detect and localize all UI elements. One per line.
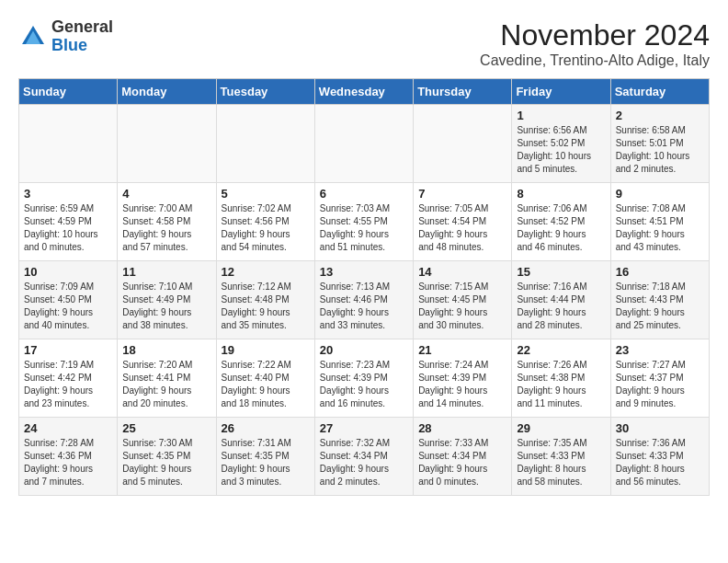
- day-info: Sunrise: 7:30 AM Sunset: 4:35 PM Dayligh…: [122, 437, 210, 488]
- calendar-week-row: 17Sunrise: 7:19 AM Sunset: 4:42 PM Dayli…: [19, 339, 710, 418]
- calendar-cell: 21Sunrise: 7:24 AM Sunset: 4:39 PM Dayli…: [414, 339, 512, 418]
- weekday-header: Wednesday: [314, 79, 413, 105]
- day-number: 2: [616, 109, 704, 122]
- calendar-cell: [19, 105, 118, 183]
- calendar-cell: 23Sunrise: 7:27 AM Sunset: 4:37 PM Dayli…: [610, 339, 709, 418]
- day-info: Sunrise: 7:23 AM Sunset: 4:39 PM Dayligh…: [320, 359, 408, 410]
- calendar-cell: [118, 105, 216, 183]
- day-number: 12: [222, 265, 310, 279]
- calendar-cell: 17Sunrise: 7:19 AM Sunset: 4:42 PM Dayli…: [19, 339, 118, 418]
- day-info: Sunrise: 7:20 AM Sunset: 4:41 PM Dayligh…: [122, 359, 210, 410]
- calendar-cell: 29Sunrise: 7:35 AM Sunset: 4:33 PM Dayli…: [512, 418, 610, 496]
- day-info: Sunrise: 7:08 AM Sunset: 4:51 PM Dayligh…: [616, 202, 704, 254]
- weekday-header: Saturday: [610, 79, 709, 105]
- day-number: 24: [24, 421, 112, 435]
- calendar-cell: 5Sunrise: 7:02 AM Sunset: 4:56 PM Daylig…: [216, 183, 314, 261]
- day-number: 15: [517, 265, 605, 279]
- calendar-cell: 1Sunrise: 6:56 AM Sunset: 5:02 PM Daylig…: [512, 105, 610, 183]
- location: Cavedine, Trentino-Alto Adige, Italy: [480, 52, 710, 69]
- day-info: Sunrise: 7:03 AM Sunset: 4:55 PM Dayligh…: [320, 202, 408, 254]
- calendar-cell: 3Sunrise: 6:59 AM Sunset: 4:59 PM Daylig…: [19, 183, 118, 261]
- day-info: Sunrise: 7:16 AM Sunset: 4:44 PM Dayligh…: [517, 281, 605, 332]
- day-number: 26: [222, 421, 310, 435]
- calendar-cell: 20Sunrise: 7:23 AM Sunset: 4:39 PM Dayli…: [314, 339, 413, 418]
- day-number: 4: [122, 187, 210, 201]
- day-number: 22: [517, 343, 605, 357]
- calendar-week-row: 1Sunrise: 6:56 AM Sunset: 5:02 PM Daylig…: [19, 105, 710, 183]
- calendar-cell: 19Sunrise: 7:22 AM Sunset: 4:40 PM Dayli…: [216, 339, 314, 418]
- day-number: 16: [616, 265, 704, 279]
- day-info: Sunrise: 7:02 AM Sunset: 4:56 PM Dayligh…: [222, 202, 310, 254]
- day-info: Sunrise: 7:05 AM Sunset: 4:54 PM Dayligh…: [418, 202, 506, 254]
- page-header: General Blue November 2024 Cavedine, Tre…: [18, 18, 710, 69]
- day-number: 8: [517, 187, 605, 201]
- day-number: 19: [222, 343, 310, 357]
- calendar-week-row: 3Sunrise: 6:59 AM Sunset: 4:59 PM Daylig…: [19, 183, 710, 261]
- day-info: Sunrise: 6:59 AM Sunset: 4:59 PM Dayligh…: [24, 202, 112, 254]
- weekday-header: Friday: [512, 79, 610, 105]
- calendar-cell: 26Sunrise: 7:31 AM Sunset: 4:35 PM Dayli…: [216, 418, 314, 496]
- day-number: 13: [320, 265, 408, 279]
- day-info: Sunrise: 7:13 AM Sunset: 4:46 PM Dayligh…: [320, 281, 408, 332]
- day-info: Sunrise: 7:12 AM Sunset: 4:48 PM Dayligh…: [222, 281, 310, 332]
- day-info: Sunrise: 7:35 AM Sunset: 4:33 PM Dayligh…: [517, 437, 605, 488]
- weekday-header-row: SundayMondayTuesdayWednesdayThursdayFrid…: [19, 79, 710, 105]
- calendar-cell: 2Sunrise: 6:58 AM Sunset: 5:01 PM Daylig…: [610, 105, 709, 183]
- day-info: Sunrise: 7:33 AM Sunset: 4:34 PM Dayligh…: [418, 437, 506, 488]
- calendar-cell: 14Sunrise: 7:15 AM Sunset: 4:45 PM Dayli…: [414, 261, 512, 339]
- day-info: Sunrise: 7:15 AM Sunset: 4:45 PM Dayligh…: [418, 281, 506, 332]
- title-section: November 2024 Cavedine, Trentino-Alto Ad…: [480, 18, 710, 69]
- day-number: 1: [517, 109, 605, 122]
- calendar-cell: 22Sunrise: 7:26 AM Sunset: 4:38 PM Dayli…: [512, 339, 610, 418]
- calendar-cell: 8Sunrise: 7:06 AM Sunset: 4:52 PM Daylig…: [512, 183, 610, 261]
- day-number: 7: [418, 187, 506, 201]
- day-number: 6: [320, 187, 408, 201]
- logo: General Blue: [18, 18, 113, 55]
- day-info: Sunrise: 6:56 AM Sunset: 5:02 PM Dayligh…: [517, 124, 605, 176]
- calendar-week-row: 10Sunrise: 7:09 AM Sunset: 4:50 PM Dayli…: [19, 261, 710, 339]
- day-number: 9: [616, 187, 704, 201]
- day-number: 29: [517, 421, 605, 435]
- calendar-cell: [216, 105, 314, 183]
- calendar-cell: 6Sunrise: 7:03 AM Sunset: 4:55 PM Daylig…: [314, 183, 413, 261]
- day-info: Sunrise: 7:32 AM Sunset: 4:34 PM Dayligh…: [320, 437, 408, 488]
- calendar-cell: 30Sunrise: 7:36 AM Sunset: 4:33 PM Dayli…: [610, 418, 709, 496]
- day-number: 27: [320, 421, 408, 435]
- calendar-cell: 24Sunrise: 7:28 AM Sunset: 4:36 PM Dayli…: [19, 418, 118, 496]
- day-info: Sunrise: 6:58 AM Sunset: 5:01 PM Dayligh…: [616, 124, 704, 176]
- weekday-header: Thursday: [414, 79, 512, 105]
- day-number: 17: [24, 343, 112, 357]
- calendar-cell: 7Sunrise: 7:05 AM Sunset: 4:54 PM Daylig…: [414, 183, 512, 261]
- calendar-cell: 9Sunrise: 7:08 AM Sunset: 4:51 PM Daylig…: [610, 183, 709, 261]
- calendar-cell: 27Sunrise: 7:32 AM Sunset: 4:34 PM Dayli…: [314, 418, 413, 496]
- day-number: 21: [418, 343, 506, 357]
- weekday-header: Monday: [118, 79, 216, 105]
- day-number: 18: [122, 343, 210, 357]
- calendar-cell: 15Sunrise: 7:16 AM Sunset: 4:44 PM Dayli…: [512, 261, 610, 339]
- day-info: Sunrise: 7:22 AM Sunset: 4:40 PM Dayligh…: [222, 359, 310, 410]
- calendar-cell: [314, 105, 413, 183]
- day-info: Sunrise: 7:28 AM Sunset: 4:36 PM Dayligh…: [24, 437, 112, 488]
- day-info: Sunrise: 7:09 AM Sunset: 4:50 PM Dayligh…: [24, 281, 112, 332]
- day-number: 11: [122, 265, 210, 279]
- calendar-cell: 13Sunrise: 7:13 AM Sunset: 4:46 PM Dayli…: [314, 261, 413, 339]
- logo-text: General Blue: [51, 18, 113, 55]
- day-info: Sunrise: 7:36 AM Sunset: 4:33 PM Dayligh…: [616, 437, 704, 488]
- day-info: Sunrise: 7:00 AM Sunset: 4:58 PM Dayligh…: [122, 202, 210, 254]
- day-number: 28: [418, 421, 506, 435]
- weekday-header: Sunday: [19, 79, 118, 105]
- day-info: Sunrise: 7:06 AM Sunset: 4:52 PM Dayligh…: [517, 202, 605, 254]
- day-info: Sunrise: 7:18 AM Sunset: 4:43 PM Dayligh…: [616, 281, 704, 332]
- calendar-cell: 18Sunrise: 7:20 AM Sunset: 4:41 PM Dayli…: [118, 339, 216, 418]
- day-info: Sunrise: 7:10 AM Sunset: 4:49 PM Dayligh…: [122, 281, 210, 332]
- day-number: 10: [24, 265, 112, 279]
- day-number: 14: [418, 265, 506, 279]
- day-number: 30: [616, 421, 704, 435]
- day-info: Sunrise: 7:31 AM Sunset: 4:35 PM Dayligh…: [222, 437, 310, 488]
- calendar-cell: 11Sunrise: 7:10 AM Sunset: 4:49 PM Dayli…: [118, 261, 216, 339]
- day-number: 20: [320, 343, 408, 357]
- day-info: Sunrise: 7:27 AM Sunset: 4:37 PM Dayligh…: [616, 359, 704, 410]
- calendar-cell: 25Sunrise: 7:30 AM Sunset: 4:35 PM Dayli…: [118, 418, 216, 496]
- day-number: 3: [24, 187, 112, 201]
- day-number: 5: [222, 187, 310, 201]
